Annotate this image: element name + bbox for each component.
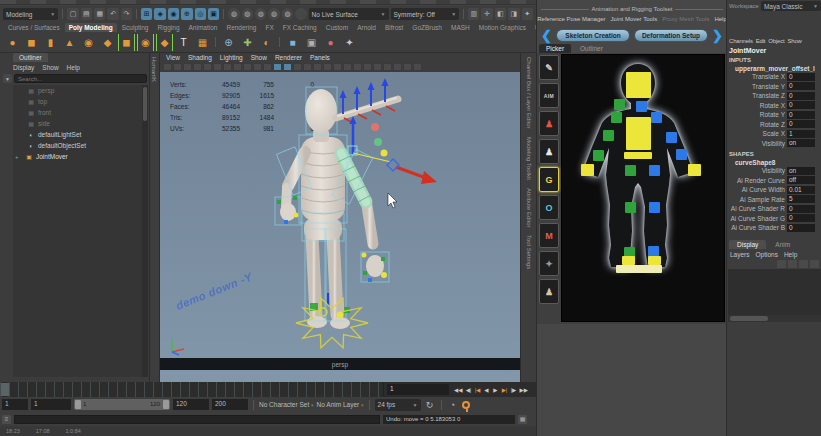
outliner-tree[interactable]: ▦persp ▦top ▦front ▦side ◐defaultLightSe… [13, 85, 143, 377]
tab-anim-layers[interactable]: Anim [767, 240, 798, 249]
picker-left-hip-button[interactable] [625, 165, 636, 176]
vp-toolbar-icon[interactable] [183, 63, 192, 71]
loop-mode-icon[interactable]: ↻ [424, 399, 436, 411]
step-forward-key-button[interactable]: ▶| [500, 384, 508, 395]
vp-toolbar-icon[interactable] [363, 63, 372, 71]
vp-toolbar-icon[interactable] [293, 63, 302, 71]
vp-menu-view[interactable]: View [166, 54, 180, 61]
picker-left-elbow-button[interactable] [593, 150, 604, 161]
next-step-icon[interactable]: ❯ [712, 29, 723, 42]
tab-picker[interactable]: Picker [539, 44, 571, 53]
auto-keyframe-icon[interactable] [462, 401, 470, 409]
render-settings-icon[interactable]: ◨ [508, 8, 519, 20]
picker-left-shoulder-button[interactable] [603, 130, 614, 141]
poly-cone-icon[interactable]: ▲ [61, 34, 78, 51]
outliner-menu-display[interactable]: Display [13, 64, 34, 71]
time-slider-track[interactable] [0, 382, 384, 397]
vp-toolbar-icon[interactable] [233, 63, 242, 71]
symmetry-figure-button[interactable]: ♟ [539, 139, 559, 164]
cb-menu-channels[interactable]: Channels [729, 38, 753, 44]
picker-right-foot-button[interactable] [648, 256, 661, 265]
picker-right-hand-button[interactable] [688, 164, 701, 176]
attr-row[interactable]: Ai Curve Shader G0 [727, 214, 821, 224]
current-frame-marker[interactable] [1, 383, 9, 396]
attr-row[interactable]: Rotate X0 [727, 101, 821, 111]
poly-sphere-icon[interactable]: ● [4, 34, 21, 51]
make-live-icon[interactable]: ▣ [208, 8, 219, 20]
step-back-key-button[interactable]: |◀ [473, 384, 481, 395]
smooth-icon[interactable]: ■ [284, 34, 301, 51]
range-handle-right[interactable] [163, 400, 169, 409]
aim-mode-button[interactable]: AIM [539, 83, 559, 108]
anim-layer-dropdown[interactable]: No Anim Layer ▾ [317, 401, 364, 408]
vp-toolbar-icon[interactable] [213, 63, 222, 71]
vp-toolbar-icon[interactable] [193, 63, 202, 71]
shelf-tab-rigging[interactable]: Rigging [153, 23, 183, 32]
vp-toolbar-icon[interactable] [243, 63, 252, 71]
offset-mover-button[interactable]: O [539, 195, 559, 220]
attr-row[interactable]: Ai Sample Rate5 [727, 195, 821, 205]
open-scene-icon[interactable]: ▤ [81, 8, 92, 20]
attr-row[interactable]: Ai Curve Width0.01 [727, 185, 821, 195]
vp-toolbar-icon[interactable] [313, 63, 322, 71]
layer-template-icon[interactable] [799, 260, 808, 268]
poly-platonic-icon[interactable]: ◆ [99, 34, 116, 51]
outliner-menu-show[interactable]: Show [42, 64, 58, 71]
attr-row[interactable]: Rotate Z0 [727, 120, 821, 130]
tab-humanik[interactable]: HumanIK [151, 57, 157, 82]
play-forwards-button[interactable]: ▶ [491, 384, 499, 395]
vp-toolbar-icon[interactable] [253, 63, 262, 71]
attr-row[interactable]: Ai Render Curveoff [727, 176, 821, 186]
new-scene-icon[interactable]: ▢ [67, 8, 78, 20]
picker-canvas[interactable] [561, 54, 725, 322]
paint-effects-icon[interactable]: ✦ [522, 8, 533, 20]
boolean-icon[interactable]: ⊕ [220, 34, 237, 51]
select-object-icon[interactable]: ◍ [242, 8, 253, 20]
attr-row[interactable]: Rotate Y0 [727, 110, 821, 120]
vp-toolbar-icon[interactable] [393, 63, 402, 71]
select-mask-icon[interactable]: ◍ [268, 8, 279, 20]
outliner-search-input[interactable] [14, 74, 147, 83]
geo-mover-button[interactable]: M [539, 223, 559, 248]
shelf-tab-gozbrush[interactable]: GoZBrush [408, 23, 446, 32]
mirror-pose-button[interactable]: ♟ [539, 111, 559, 136]
prev-step-icon[interactable]: ❮ [541, 29, 552, 42]
outliner-item-side[interactable]: ▦side [13, 118, 143, 129]
shelf-tab-mash[interactable]: MASH [447, 23, 474, 32]
multicut-icon[interactable]: ● [322, 34, 339, 51]
redo-icon[interactable]: ↷ [121, 8, 132, 20]
shelf-tab-rendering[interactable]: Rendering [222, 23, 260, 32]
combine-icon[interactable]: ✚ [239, 34, 256, 51]
layer-playback-icon[interactable] [788, 260, 797, 268]
character-set-dropdown[interactable]: No Character Set ▾ [259, 401, 314, 408]
cb-menu-edit[interactable]: Edit [756, 38, 766, 44]
range-handle-left[interactable] [75, 400, 81, 409]
playback-end-field[interactable]: 120 [173, 399, 209, 410]
play-backwards-button[interactable]: ◀ [482, 384, 490, 395]
tab-display-layers[interactable]: Display [729, 240, 766, 249]
picker-left-foot-button[interactable] [622, 256, 635, 265]
snap-point-icon[interactable]: ◉ [168, 8, 179, 20]
outliner-menu-help[interactable]: Help [67, 64, 80, 71]
vp-toolbar-icon[interactable] [353, 63, 362, 71]
step-forward-frame-button[interactable]: |▶ [509, 384, 517, 395]
vp-toolbar-icon[interactable] [373, 63, 382, 71]
vp-menu-renderer[interactable]: Renderer [275, 54, 302, 61]
shelf-tab-animation[interactable]: Animation [185, 23, 222, 32]
physique-button[interactable]: ✦ [539, 251, 559, 276]
outliner-item-jointmover[interactable]: +▣JointMover [13, 151, 143, 162]
outliner-tab[interactable]: Outliner [13, 53, 48, 62]
new-layer-icon[interactable] [810, 260, 819, 268]
layers-menu-help[interactable]: Help [784, 251, 797, 258]
picker-torso-button[interactable] [626, 117, 651, 150]
sweep-mesh-icon[interactable]: ▦ [194, 34, 211, 51]
scene-3d[interactable]: demo down -Y [160, 72, 520, 370]
snap-view-icon[interactable]: ◎ [195, 8, 206, 20]
deformation-setup-button[interactable]: Deformation Setup [634, 29, 708, 42]
ipr-render-icon[interactable]: ◧ [495, 8, 506, 20]
select-component-icon[interactable]: ◍ [255, 8, 266, 20]
vp-menu-lighting[interactable]: Lighting [220, 54, 243, 61]
vp-toolbar-icon[interactable] [173, 63, 182, 71]
go-to-start-button[interactable]: ◀◀ [453, 384, 463, 395]
picker-right-hip-button[interactable] [649, 165, 660, 176]
